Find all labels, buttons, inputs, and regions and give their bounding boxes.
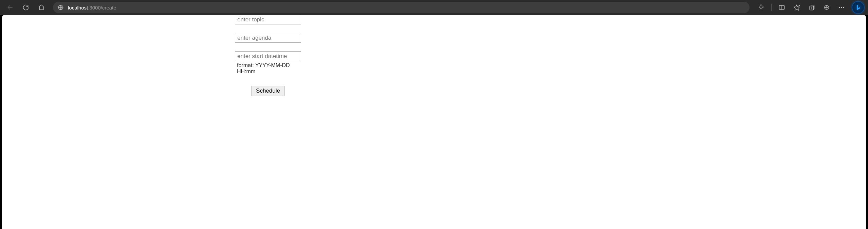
bing-chat-button[interactable] [852,1,865,14]
favorites-button[interactable] [790,1,804,14]
split-screen-button[interactable] [775,1,789,14]
agenda-input[interactable] [235,33,301,43]
svg-point-13 [843,7,844,8]
arrow-left-icon [7,4,14,11]
toolbar-right [754,1,865,14]
home-button[interactable] [35,1,48,14]
ellipsis-icon [838,4,845,11]
start-datetime-input[interactable] [235,51,301,61]
schedule-button[interactable]: Schedule [252,86,284,96]
globe-icon [58,4,64,11]
svg-point-11 [839,7,840,8]
url-host: localhost [68,5,88,11]
performance-button[interactable] [820,1,833,14]
collections-icon [808,4,815,11]
datetime-format-hint: format: YYYY-MM-DD HH:mm [237,62,301,75]
extensions-button[interactable] [754,1,768,14]
svg-marker-5 [794,5,800,11]
url-text: localhost:3000/create [68,5,116,11]
star-icon [793,4,800,11]
more-button[interactable] [835,1,848,14]
puzzle-icon [758,4,764,11]
split-icon [778,4,785,11]
address-bar[interactable]: localhost:3000/create [53,2,750,13]
refresh-button[interactable] [19,1,33,14]
home-icon [38,4,45,11]
refresh-icon [22,4,29,11]
create-form: format: YYYY-MM-DD HH:mm Schedule [235,15,301,96]
toolbar-separator [771,4,772,11]
heartbeat-icon [823,4,830,11]
bing-icon [855,4,862,11]
url-path: :3000/create [88,5,116,11]
svg-point-12 [841,7,842,8]
collections-button[interactable] [805,1,818,14]
topic-input[interactable] [235,15,301,24]
back-button[interactable] [3,1,17,14]
browser-toolbar: localhost:3000/create [0,0,868,15]
page-viewport: format: YYYY-MM-DD HH:mm Schedule [2,15,866,229]
